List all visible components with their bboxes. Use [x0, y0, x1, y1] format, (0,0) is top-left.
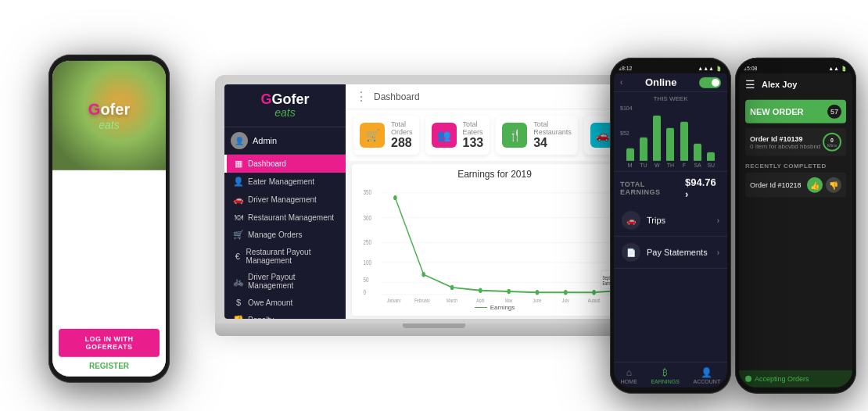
svg-text:May: May: [505, 297, 513, 302]
bottom-nav: ⌂ HOME ₿ EARNINGS 👤 ACCOUNT: [614, 362, 727, 388]
nav-label-restaurant: Restaurant Management: [248, 213, 334, 222]
driver-icon: 🚗: [233, 195, 244, 205]
stat-card-orders: 🛒 Total Orders 288: [353, 116, 419, 155]
bar-F: F: [680, 122, 688, 168]
nav-item-dashboard[interactable]: ▦ Dashboard: [224, 155, 346, 173]
eaters-stat-value: 133: [463, 136, 484, 150]
chart-container: 350 300 250 100 50 0: [360, 183, 629, 302]
right-header: ☰ Alex Joy: [739, 73, 852, 95]
menu-item-pay-statements[interactable]: 📄 Pay Statements ›: [614, 237, 727, 269]
dashboard-title: Dashboard: [374, 91, 420, 102]
right-username: Alex Joy: [762, 80, 797, 89]
nav-item-owe[interactable]: $ Owe Amount: [224, 294, 346, 311]
orders-icon: 🛒: [233, 230, 244, 240]
nav-item-driver[interactable]: 🚗 Driver Management: [224, 191, 346, 209]
restaurants-stat-icon: 🍴: [502, 123, 527, 148]
svg-text:100: 100: [364, 258, 372, 266]
orders-stat-icon: 🛒: [360, 123, 385, 148]
right-signal: ▲▲ 🔋: [828, 66, 848, 72]
bar-F-bar: [680, 122, 688, 161]
earnings-label: EARNINGS: [651, 379, 680, 384]
register-button[interactable]: REGISTER: [89, 362, 129, 370]
sidebar: GGofer eats 👤 Admin ▦ Dashboard: [224, 84, 346, 319]
hamburger-icon: ☰: [745, 78, 755, 91]
nav-item-restaurant[interactable]: 🍽 Restaurant Management: [224, 209, 346, 226]
nav-label-orders: Manage Orders: [248, 231, 302, 239]
nav-item-restaurant-payout[interactable]: € Restaurant Payout Management: [224, 244, 346, 269]
order-timer: 0 Mins: [823, 133, 841, 152]
owe-icon: $: [233, 298, 244, 307]
svg-point-15: [479, 288, 482, 293]
eaters-stat-label: Total Eaters: [463, 120, 484, 136]
svg-text:250: 250: [364, 238, 372, 246]
menu-items: 🚗 Trips › 📄 Pay Statements ›: [614, 205, 727, 362]
right-status-bar: 15:08 ▲▲ 🔋: [739, 64, 852, 73]
avatar: 👤: [231, 132, 248, 149]
pay-statements-icon: 📄: [622, 243, 640, 262]
nav-earnings[interactable]: ₿ EARNINGS: [651, 367, 680, 384]
nav-item-orders[interactable]: 🛒 Manage Orders: [224, 226, 346, 244]
nav-item-eater[interactable]: 👤 Eater Management: [224, 173, 346, 191]
nav-label-restaurant-payout: Restaurant Payout Management: [246, 248, 339, 265]
logo-text: GGofer: [232, 92, 338, 106]
chart-legend: Earnings: [490, 304, 515, 311]
nav-label-driver: Driver Management: [248, 195, 317, 204]
online-bar: ‹ Online: [614, 73, 727, 92]
nav-item-penalty[interactable]: 👎 Penalty: [224, 311, 346, 319]
current-order: Order Id #10139 0 Item for abcvbd hbsbnd…: [745, 128, 846, 156]
y-label-mid: $52: [620, 130, 629, 136]
right-time: 15:08: [744, 66, 758, 72]
timer-value: 0: [830, 137, 834, 142]
bar-TH-bar: [666, 128, 674, 161]
svg-text:350: 350: [364, 188, 372, 196]
timer-unit: Mins: [827, 142, 838, 147]
phone-logo-text: Gofer: [88, 100, 130, 118]
mid-time: 18:12: [619, 66, 633, 72]
svg-text:March: March: [447, 297, 457, 302]
thumbs-up-button[interactable]: 👍: [807, 177, 823, 193]
bar-TH: TH: [666, 128, 674, 168]
new-order-label: NEW ORDER: [750, 107, 803, 116]
menu-dots: ⋮: [355, 89, 368, 104]
svg-point-12: [393, 195, 397, 200]
current-order-id: Order Id #10139: [750, 134, 823, 142]
sidebar-logo: GGofer eats: [224, 84, 346, 127]
new-order-button[interactable]: NEW ORDER 57: [745, 100, 846, 123]
nav-account[interactable]: 👤 ACCOUNT: [694, 367, 721, 384]
main-content: ⋮ Dashboard 🛒 Total Orders 288 👥: [346, 84, 644, 319]
online-toggle[interactable]: [699, 77, 721, 88]
phone-left: Gofer eats LOG IN WITH GOFEREATS REGISTE…: [48, 55, 170, 383]
pay-statements-label: Pay Statements: [647, 248, 717, 257]
week-label: THIS WEEK: [620, 95, 721, 102]
bar-W: W: [653, 116, 661, 168]
week-section: THIS WEEK $104 $52 M TU: [614, 92, 727, 171]
nav-home[interactable]: ⌂ HOME: [621, 367, 637, 384]
home-icon: ⌂: [626, 367, 632, 378]
orders-stat-label: Total Orders: [391, 120, 413, 136]
accepting-text: Accepting Orders: [755, 375, 809, 383]
restaurants-stat-label: Total Restaurants: [533, 120, 572, 136]
thumbs-down-button[interactable]: 👎: [826, 177, 841, 193]
dashboard-icon: ▦: [233, 159, 244, 169]
menu-item-trips[interactable]: 🚗 Trips ›: [614, 205, 727, 237]
pay-statements-chevron: ›: [717, 248, 719, 256]
phone-logo: Gofer eats: [88, 100, 130, 130]
total-earnings-value: $94.76 ›: [685, 177, 721, 200]
username-label: Admin: [253, 136, 277, 145]
login-button[interactable]: LOG IN WITH GOFEREATS: [59, 329, 160, 357]
bar-SU-bar: [707, 152, 715, 161]
bar-SA: SA: [694, 144, 701, 168]
svg-text:February: February: [414, 297, 431, 302]
bar-SU: SU: [707, 152, 715, 168]
eaters-stat-icon: 👥: [432, 123, 457, 148]
svg-text:50: 50: [364, 276, 369, 284]
svg-text:June: June: [533, 297, 542, 302]
bar-M: M: [626, 148, 634, 168]
mid-signal: ▲▲▲ 🔋: [698, 66, 723, 72]
nav-item-driver-payout[interactable]: 🚲 Driver Payout Management: [224, 269, 346, 294]
scene: GGofer eats 👤 Admin ▦ Dashboard: [0, 0, 868, 411]
stat-card-eaters: 👥 Total Eaters 133: [425, 116, 490, 155]
logo-sub: eats: [232, 106, 338, 119]
stat-card-restaurants: 🍴 Total Restaurants 34: [496, 116, 578, 155]
stats-row: 🛒 Total Orders 288 👥 Total Eaters 133: [346, 109, 644, 161]
